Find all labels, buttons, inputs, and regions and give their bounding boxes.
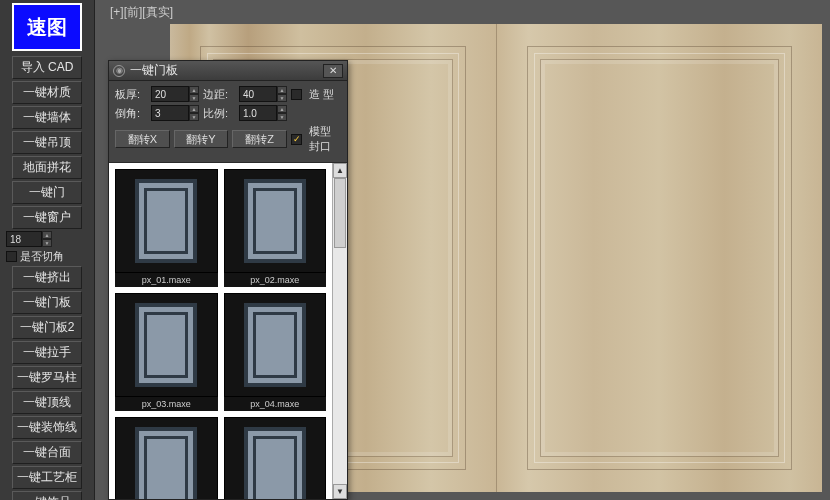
sidebar-button[interactable]: 一键门板2 [12, 316, 82, 339]
sidebar-button[interactable]: 一键顶线 [12, 391, 82, 414]
sidebar-button[interactable]: 一键门 [12, 181, 82, 204]
sidebar-button[interactable]: 一键墙体 [12, 106, 82, 129]
thumbnail[interactable] [224, 417, 327, 499]
dialog-titlebar[interactable]: ◉ 一键门板 ✕ [109, 61, 347, 81]
sidebar-button[interactable]: 一键门板 [12, 291, 82, 314]
thumbnail[interactable]: px_01.maxe [115, 169, 218, 287]
sidebar-button[interactable]: 一键拉手 [12, 341, 82, 364]
shape-checkbox[interactable] [291, 89, 302, 100]
chamfer-input[interactable]: 3 [151, 105, 189, 121]
logo: 速图 [12, 3, 82, 51]
spin-down-icon[interactable]: ▼ [189, 94, 199, 102]
thickness-label: 板厚: [115, 87, 147, 102]
thumbnail-image [115, 169, 218, 273]
left-toolbar: 速图 导入 CAD一键材质一键墙体一键吊顶地面拼花一键门一键窗户 18 ▲▼ 是… [0, 0, 95, 500]
thumbnail[interactable]: px_02.maxe [224, 169, 327, 287]
thumbnail-caption: px_01.maxe [115, 273, 218, 287]
thumbnail[interactable] [115, 417, 218, 499]
thumbnail-image [224, 169, 327, 273]
seal-label: 模型封口 [309, 124, 341, 154]
scroll-up-icon[interactable]: ▲ [333, 163, 347, 178]
thumbnail-gallery: px_01.maxepx_02.maxepx_03.maxepx_04.maxe… [109, 163, 347, 499]
close-button[interactable]: ✕ [323, 64, 343, 78]
seal-checkbox[interactable] [291, 134, 302, 145]
app-icon: ◉ [113, 65, 125, 77]
margin-input[interactable]: 40 [239, 86, 277, 102]
spinner-row: 18 ▲▼ [6, 231, 88, 247]
thumbnail-image [224, 293, 327, 397]
flip-z-button[interactable]: 翻转Z [232, 130, 287, 148]
thumbnail-image [115, 293, 218, 397]
chamfer-checkbox-label: 是否切角 [20, 249, 64, 264]
sidebar-button[interactable]: 一键装饰线 [12, 416, 82, 439]
spin-up-icon[interactable]: ▲ [189, 105, 199, 113]
thumbnail-caption: px_04.maxe [224, 397, 327, 411]
sidebar-button[interactable]: 一键挤出 [12, 266, 82, 289]
spin-down-icon[interactable]: ▼ [277, 94, 287, 102]
sidebar-button[interactable]: 地面拼花 [12, 156, 82, 179]
thumbnail[interactable]: px_04.maxe [224, 293, 327, 411]
close-icon: ✕ [329, 65, 337, 76]
thumbnail[interactable]: px_03.maxe [115, 293, 218, 411]
spin-down-icon[interactable]: ▼ [277, 113, 287, 121]
sidebar-button[interactable]: 一键台面 [12, 441, 82, 464]
chamfer-checkbox-row: 是否切角 [6, 249, 88, 264]
spin-up-icon[interactable]: ▲ [189, 86, 199, 94]
thumbnail-caption: px_03.maxe [115, 397, 218, 411]
door-panel-dialog: ◉ 一键门板 ✕ 板厚: 20▲▼ 边距: 40▲▼ 造 型 倒角: 3▲▼ 比… [108, 60, 348, 500]
sidebar-button[interactable]: 一键工艺柜 [12, 466, 82, 489]
scrollbar[interactable]: ▲ ▼ [332, 163, 347, 499]
spin-up-icon[interactable]: ▲ [277, 105, 287, 113]
sidebar-button[interactable]: 一键饰品 [12, 491, 82, 500]
sidebar-button[interactable]: 一键材质 [12, 81, 82, 104]
sidebar-button[interactable]: 导入 CAD [12, 56, 82, 79]
margin-label: 边距: [203, 87, 235, 102]
chamfer-checkbox[interactable] [6, 251, 17, 262]
scroll-down-icon[interactable]: ▼ [333, 484, 347, 499]
thumbnail-caption: px_02.maxe [224, 273, 327, 287]
thumbnail-image [224, 417, 327, 499]
params-panel: 板厚: 20▲▼ 边距: 40▲▼ 造 型 倒角: 3▲▼ 比例: 1.0▲▼ … [109, 81, 347, 163]
shape-label: 造 型 [309, 87, 341, 102]
spin-down-icon[interactable]: ▼ [42, 239, 52, 247]
chamfer-value[interactable]: 18 [6, 231, 42, 247]
chamfer-label: 倒角: [115, 106, 147, 121]
flip-x-button[interactable]: 翻转X [115, 130, 170, 148]
scroll-thumb[interactable] [334, 178, 346, 248]
sidebar-button[interactable]: 一键吊顶 [12, 131, 82, 154]
spin-up-icon[interactable]: ▲ [277, 86, 287, 94]
spin-up-icon[interactable]: ▲ [42, 231, 52, 239]
dialog-title: 一键门板 [130, 62, 178, 79]
thickness-input[interactable]: 20 [151, 86, 189, 102]
ratio-input[interactable]: 1.0 [239, 105, 277, 121]
thumbnail-image [115, 417, 218, 499]
sidebar-button[interactable]: 一键罗马柱 [12, 366, 82, 389]
flip-y-button[interactable]: 翻转Y [174, 130, 229, 148]
spin-down-icon[interactable]: ▼ [189, 113, 199, 121]
sidebar-button[interactable]: 一键窗户 [12, 206, 82, 229]
viewport-label[interactable]: [+][前][真实] [110, 4, 173, 21]
ratio-label: 比例: [203, 106, 235, 121]
